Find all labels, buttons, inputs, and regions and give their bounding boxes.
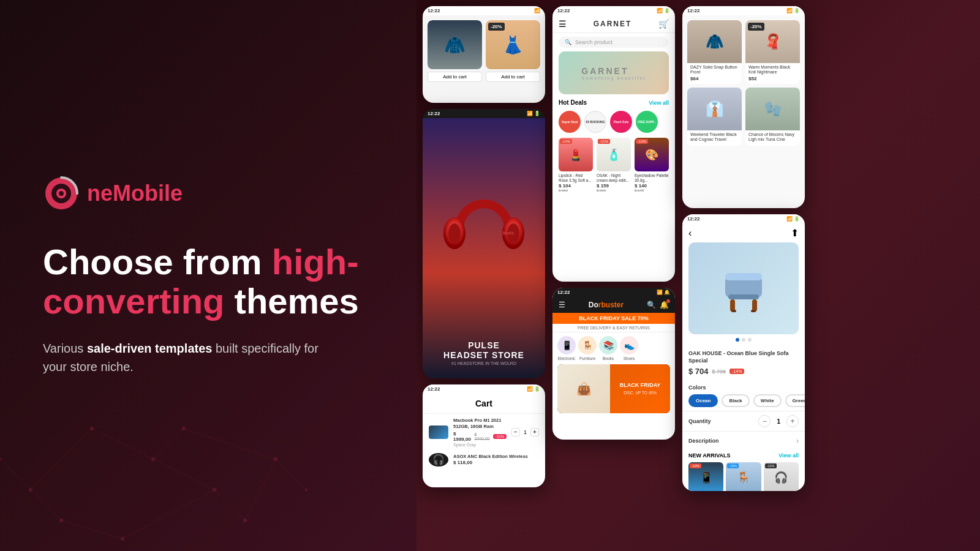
svg-rect-38 xyxy=(751,310,756,312)
doorbuster-categories: 📱 Electronic 🪑 Furniture 📚 Books 👟 Shoes xyxy=(552,332,675,364)
cat-furniture-label: Furniture xyxy=(579,356,595,361)
new-arrival-3: 🎧 -12% Headphones Blue... xyxy=(764,462,799,491)
color-white-btn[interactable]: White xyxy=(753,394,782,407)
color-green-btn[interactable]: Green xyxy=(785,394,805,407)
cart-item-1-price: $ 1999,00 xyxy=(453,431,472,442)
cat-shoes: 👟 Shoes xyxy=(620,336,638,361)
svg-line-16 xyxy=(153,429,184,459)
svg-point-28 xyxy=(448,223,461,243)
na-badge-1: -10% xyxy=(690,463,701,468)
fashion-img-1: 🧥 xyxy=(428,20,482,69)
fashion-img-wrapper: 👗 -20% xyxy=(486,20,540,69)
headset-svg: beats xyxy=(435,173,533,271)
garnet-logo: GARNET xyxy=(594,20,632,28)
hp1-name: Lipstick - Red Rose 3.5g Soft a... xyxy=(559,173,593,183)
fashion-item-2-name: Warm Moments Black Knit Nightmare xyxy=(745,63,800,76)
add-to-cart-btn-2[interactable]: Add to cart xyxy=(486,72,540,82)
bf-title: BLACK FRIDAY xyxy=(620,383,661,389)
fashion-store-status: 12:22 📶 🔋 xyxy=(682,6,805,15)
hp1-price: $ 104 xyxy=(559,183,593,189)
dot-1 xyxy=(736,338,739,342)
doorbuster-sale-banner: BLACK FRIDAY SALE 70% xyxy=(552,313,675,324)
fashion-store-item-2: 🧣 -20% Warm Moments Black Knit Nightmare… xyxy=(745,20,800,84)
cart-title: Cart xyxy=(423,394,545,414)
add-to-cart-btn-1[interactable]: Add to cart xyxy=(428,72,482,82)
product-info: OAK HOUSE - Ocean Blue Single Sofa Speci… xyxy=(682,345,805,381)
product-status: 12:22 📶 🔋 xyxy=(682,214,805,223)
cart-qty-value: 1 xyxy=(524,429,527,435)
furniture-icon: 🪑 xyxy=(578,336,597,354)
fashion-item-1-price: $64 xyxy=(687,76,742,84)
hp2-badge: -15% xyxy=(598,139,610,144)
color-black-btn[interactable]: Black xyxy=(722,394,749,407)
back-icon[interactable]: ‹ xyxy=(688,228,692,239)
svg-line-21 xyxy=(0,459,31,490)
fashion-item-4-price xyxy=(745,143,800,146)
cart-item-1-name: Macbook Pro M1 2021 512GB, 16GB Ram xyxy=(453,418,507,430)
new-arrivals-view-all[interactable]: View all xyxy=(778,452,799,459)
hot-products-row: 💄 -14% Lipstick - Red Rose 3.5g Soft a..… xyxy=(552,135,675,195)
left-panel: neMobile Choose from high- converting th… xyxy=(0,0,417,551)
product-image-dots xyxy=(682,334,805,345)
fashion-img-person-1: 🧥 xyxy=(687,20,742,63)
bf-subtitle: DISC. UP TO 45% xyxy=(624,391,656,395)
network-bg-icon xyxy=(0,245,337,551)
headset-tagline: #1 HEADSTORE IN THE WOLRD xyxy=(432,361,535,365)
product-price: $ 704 xyxy=(688,367,709,376)
fashion-store-item-4: 🧤 Chance of Blooms Navy Ligh mix Tuna Ci… xyxy=(745,88,800,146)
cart-item-2-img: 🎧 xyxy=(429,453,448,467)
color-ocean-btn[interactable]: Ocean xyxy=(688,394,718,407)
garnet-nav: ☰ GARNET 🛒 xyxy=(552,15,675,33)
qty-plus-btn[interactable]: + xyxy=(786,415,799,427)
hp3-name: Eyeshadow Palette 30.8g... xyxy=(635,173,669,183)
cart-item-1-details: Macbook Pro M1 2021 512GB, 16GB Ram $ 19… xyxy=(453,418,507,447)
headset-store-title: HEADSET STORE xyxy=(432,350,535,360)
qty-minus-btn[interactable]: − xyxy=(758,415,771,427)
doorbuster-nav: ☰ Dorbuster 🔍 🔔 xyxy=(552,297,675,313)
share-icon[interactable]: ⬆ xyxy=(791,227,799,239)
garnet-view-all[interactable]: View all xyxy=(649,100,669,106)
cat-electronics-label: Electronic xyxy=(558,356,576,361)
chair-svg xyxy=(713,258,774,319)
dot-2 xyxy=(742,338,745,342)
cart-item-2-name: ASOX ANC Black Edition Wireless xyxy=(453,454,539,460)
product-name: OAK HOUSE - Ocean Blue Single Sofa Speci… xyxy=(688,350,799,364)
cart-qty-controls[interactable]: − 1 + xyxy=(511,428,539,437)
desc-chevron-icon: › xyxy=(796,437,799,445)
fashion-item-3-name: Weekend Traveler Black and Cognac Travel xyxy=(687,130,742,143)
fashion-item-2: 👗 -20% Add to cart xyxy=(486,20,540,95)
hot-product-2: 🧴 -15% OSAK - Night cream deep editi... … xyxy=(597,138,631,192)
cat-books-label: Books xyxy=(603,356,614,361)
qty-controls[interactable]: − 1 + xyxy=(758,415,799,427)
cat-books: 📚 Books xyxy=(599,336,617,361)
fashion-item-3-price xyxy=(687,143,742,146)
badge-super-deal: Super Deal xyxy=(559,111,581,133)
search-placeholder: Search product xyxy=(575,39,612,45)
cart-minus-btn[interactable]: − xyxy=(511,428,520,437)
column-3: 12:22 📶 🔋 🧥 DAZY Solid Snap Button Front… xyxy=(682,6,805,545)
phone-fashion-store: 12:22 📶 🔋 🧥 DAZY Solid Snap Button Front… xyxy=(682,6,805,208)
svg-line-12 xyxy=(31,490,61,520)
phone-cart: 12:22 📶 🔋 Cart Macbook Pro M1 2021 512GB… xyxy=(423,384,545,487)
new-arrivals-grid: 📱 -10% iPhone 14 Pro Max... 🪑 -15% OAK H… xyxy=(688,462,799,491)
search-icon: 🔍 xyxy=(565,39,571,45)
hp1-old-price: $ 000 xyxy=(559,189,593,192)
cart-item-1-badge: -10% xyxy=(493,434,507,439)
cart-item-1-color: Space Gray xyxy=(453,443,507,447)
cat-shoes-label: Shoes xyxy=(624,356,635,361)
new-arrival-2: 🪑 -15% OAK HOUSE - Ocean... xyxy=(726,462,761,491)
garnet-search-bar[interactable]: 🔍 Search product xyxy=(559,37,669,48)
cart-plus-btn[interactable]: + xyxy=(530,428,539,437)
phone-doorbuster: 12:22 📶 🔔 ☰ Dorbuster 🔍 🔔 BLACK FRIDAY S… xyxy=(552,288,675,440)
product-nav: ‹ ⬆ xyxy=(682,223,805,242)
svg-line-22 xyxy=(276,459,306,490)
hp2-price: $ 159 xyxy=(597,183,631,189)
fashion-item-4-name: Chance of Blooms Navy Ligh mix Tuna Cine xyxy=(745,130,800,143)
fashion-store-item-1: 🧥 DAZY Solid Snap Button Front $64 xyxy=(687,20,742,84)
description-section[interactable]: Description › xyxy=(682,431,805,450)
fashion-item-1-name: DAZY Solid Snap Button Front xyxy=(687,63,742,76)
new-arrival-1: 📱 -10% iPhone 14 Pro Max... xyxy=(688,462,723,491)
fashion-store-grid: 🧥 DAZY Solid Snap Button Front $64 🧣 -20… xyxy=(682,15,805,151)
hp3-badge: -13% xyxy=(636,139,648,144)
qty-number: 1 xyxy=(777,418,780,425)
